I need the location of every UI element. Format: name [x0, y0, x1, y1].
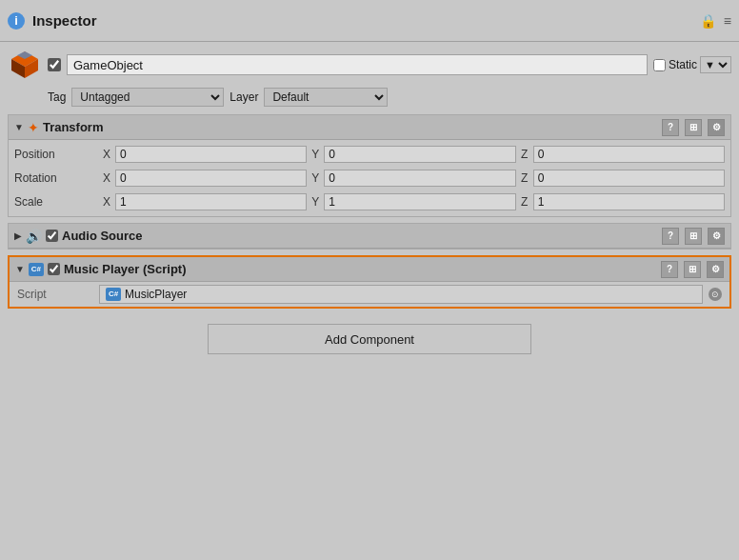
audio-source-arrow[interactable]: ▶	[14, 230, 22, 241]
music-player-section: ▼ C# Music Player (Script) ? ⊞ ⚙ Script …	[8, 255, 731, 309]
scale-y-label: Y	[309, 195, 322, 209]
scale-x-input[interactable]	[115, 193, 307, 210]
static-label: Static	[669, 58, 697, 71]
script-field-value: C# MusicPlayer	[99, 285, 703, 304]
position-x-label: X	[100, 148, 113, 161]
rotation-xyz: X Y Z	[100, 170, 725, 187]
transform-title: Transform	[43, 120, 656, 134]
inspector-content: Static ▼ Tag Untagged Layer Default ▼ ✦ …	[0, 42, 739, 560]
music-player-header: ▼ C# Music Player (Script) ? ⊞ ⚙	[10, 257, 729, 282]
rotation-label: Rotation	[14, 171, 100, 185]
rotation-z-label: Z	[518, 171, 531, 185]
lock-icon[interactable]: 🔒	[700, 13, 716, 29]
script-row: Script C# MusicPlayer ⊙	[10, 282, 729, 307]
transform-gear-btn[interactable]: ⚙	[708, 119, 725, 136]
music-player-layout-btn[interactable]: ⊞	[684, 261, 701, 278]
layer-label: Layer	[230, 90, 258, 104]
audio-source-section: ▶ 🔊 Audio Source ? ⊞ ⚙	[8, 223, 731, 250]
static-container: Static ▼	[653, 56, 731, 73]
transform-help-btn[interactable]: ?	[662, 119, 679, 136]
transform-icon: ✦	[28, 120, 39, 135]
audio-source-layout-btn[interactable]: ⊞	[685, 228, 702, 245]
music-player-gear-btn[interactable]: ⚙	[707, 261, 724, 278]
add-component-button[interactable]: Add Component	[208, 324, 531, 354]
transform-layout-btn[interactable]: ⊞	[685, 119, 702, 136]
scale-xyz: X Y Z	[100, 193, 725, 210]
script-cs-icon: C#	[106, 288, 121, 301]
position-row: Position X Y Z	[14, 144, 725, 165]
audio-source-header: ▶ 🔊 Audio Source ? ⊞ ⚙	[9, 224, 730, 249]
title-bar: i Inspector 🔒 ≡	[0, 0, 739, 42]
gameobject-active-checkbox[interactable]	[48, 58, 61, 71]
scale-y-input[interactable]	[324, 193, 515, 210]
static-checkbox[interactable]	[653, 59, 666, 71]
rotation-x-label: X	[100, 171, 113, 185]
static-dropdown[interactable]: ▼	[700, 56, 731, 73]
transform-section: ▼ ✦ Transform ? ⊞ ⚙ Position X Y Z	[8, 114, 731, 217]
transform-header: ▼ ✦ Transform ? ⊞ ⚙	[9, 115, 730, 140]
position-label: Position	[14, 148, 100, 161]
gameobject-name-input[interactable]	[67, 54, 648, 75]
script-value-text: MusicPlayer	[125, 288, 187, 301]
script-field-label: Script	[17, 288, 93, 301]
inspector-info-icon: i	[8, 12, 25, 30]
scale-row: Scale X Y Z	[14, 191, 725, 212]
music-player-arrow[interactable]: ▼	[15, 264, 25, 274]
transform-fields: Position X Y Z Rotation X	[9, 140, 730, 216]
music-player-title: Music Player (Script)	[64, 262, 655, 276]
tag-layer-row: Tag Untagged Layer Default	[48, 88, 731, 107]
menu-icon[interactable]: ≡	[724, 13, 731, 29]
position-x-input[interactable]	[115, 146, 307, 163]
position-xyz: X Y Z	[100, 146, 725, 163]
audio-source-gear-btn[interactable]: ⚙	[708, 228, 725, 245]
scale-z-input[interactable]	[533, 193, 725, 210]
rotation-z-input[interactable]	[533, 170, 725, 187]
transform-arrow[interactable]: ▼	[14, 122, 24, 132]
music-player-active-checkbox[interactable]	[48, 263, 60, 275]
rotation-x-input[interactable]	[115, 170, 307, 187]
audio-source-icon: 🔊	[26, 229, 42, 244]
position-y-label: Y	[309, 148, 322, 161]
window-title: Inspector	[32, 12, 97, 29]
script-select-btn[interactable]: ⊙	[709, 288, 722, 301]
gameobject-row: Static ▼	[8, 48, 731, 82]
audio-source-title: Audio Source	[62, 229, 656, 243]
position-z-input[interactable]	[533, 146, 725, 163]
csharp-icon: C#	[29, 263, 44, 276]
rotation-y-label: Y	[309, 171, 322, 185]
position-z-label: Z	[518, 148, 531, 161]
position-y-input[interactable]	[324, 146, 515, 163]
audio-source-active-checkbox[interactable]	[46, 230, 58, 242]
tag-label: Tag	[48, 90, 66, 104]
tag-select[interactable]: Untagged	[71, 88, 224, 107]
layer-select[interactable]: Default	[264, 88, 388, 107]
scale-label: Scale	[14, 195, 100, 209]
rotation-row: Rotation X Y Z	[14, 168, 725, 189]
scale-z-label: Z	[518, 195, 531, 209]
inspector-window: i Inspector 🔒 ≡	[0, 0, 739, 560]
scale-x-label: X	[100, 195, 113, 209]
gameobject-cube-icon	[8, 48, 42, 82]
audio-source-help-btn[interactable]: ?	[662, 228, 679, 245]
rotation-y-input[interactable]	[324, 170, 515, 187]
music-player-help-btn[interactable]: ?	[661, 261, 678, 278]
